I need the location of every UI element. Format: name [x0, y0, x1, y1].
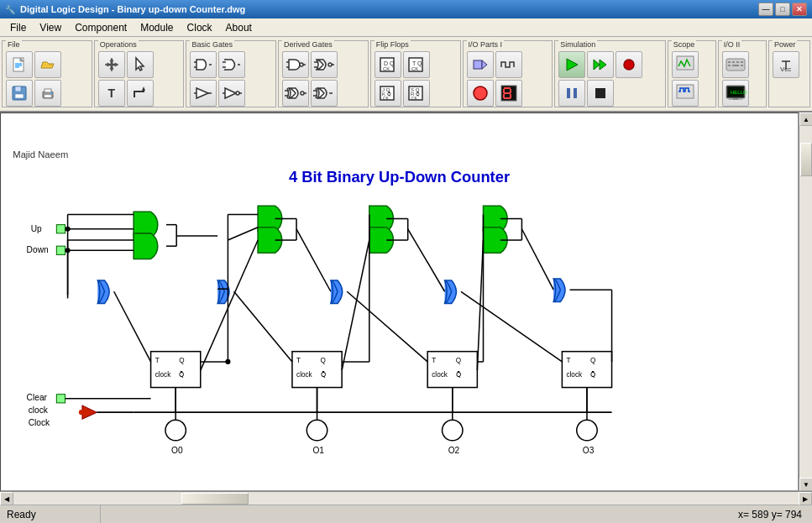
svg-rect-60	[504, 87, 511, 89]
svg-point-24	[236, 92, 239, 95]
or-gate-5	[553, 279, 565, 302]
segment-button[interactable]	[495, 80, 522, 107]
toolbar-group-derived-gates-label: Derived Gates	[282, 40, 334, 49]
io2-buttons: HELLO	[722, 51, 762, 107]
maximize-button[interactable]: □	[775, 3, 790, 16]
toolbar-group-operations: Operations T	[94, 40, 185, 107]
svg-rect-77	[728, 61, 731, 63]
svg-rect-10	[45, 89, 51, 92]
nand-gate-button[interactable]	[282, 51, 309, 78]
up-input-box[interactable]	[56, 225, 65, 233]
ff4-clock-label: clock	[566, 371, 583, 379]
display-button[interactable]: HELLO	[722, 80, 749, 107]
record-button[interactable]	[616, 51, 642, 78]
text-button[interactable]: T	[98, 80, 125, 107]
ff-sr-button[interactable]: S QR Q̄CK	[403, 80, 430, 107]
select-button[interactable]	[127, 51, 154, 78]
svg-marker-23	[225, 88, 236, 98]
or-gate-button[interactable]	[218, 51, 245, 78]
xnor-gate-button[interactable]	[282, 80, 309, 107]
stop-button[interactable]	[587, 80, 614, 107]
clock-triangle	[82, 405, 97, 419]
scroll-down-button[interactable]: ▼	[799, 478, 812, 491]
svg-text:CK: CK	[383, 96, 390, 101]
ff2-q-label: Q	[321, 357, 326, 364]
scroll-left-button[interactable]: ◀	[0, 492, 13, 505]
svg-rect-80	[741, 61, 743, 63]
window-title: Digital Logic Design - Binary up-down Co…	[20, 4, 758, 14]
ff-d-button[interactable]: D QCK	[375, 51, 401, 78]
move-button[interactable]	[98, 51, 125, 78]
scroll-h-thumb[interactable]	[181, 493, 249, 505]
status-coords-text: x= 589 y= 794	[738, 509, 802, 520]
clear-input-box[interactable]	[56, 395, 65, 403]
scope-view-button[interactable]	[672, 51, 699, 78]
menu-module[interactable]: Module	[134, 20, 180, 35]
clock-dot	[79, 410, 84, 415]
not-gate-button[interactable]	[218, 80, 245, 107]
menu-component[interactable]: Component	[68, 20, 134, 35]
ff3-qbar-feedback	[477, 240, 483, 370]
ff3-t-label: T	[432, 357, 436, 364]
power-buttons: Vcc	[773, 51, 799, 78]
horizontal-scrollbar[interactable]: ◀ ▶	[0, 491, 812, 505]
scroll-up-button[interactable]: ▲	[799, 112, 812, 126]
play-button[interactable]	[558, 51, 585, 78]
svg-text:HELLO: HELLO	[731, 90, 747, 95]
svg-text:Vcc: Vcc	[780, 65, 791, 73]
keyboard-button[interactable]	[722, 51, 749, 78]
circuit-canvas[interactable]: Majid Naeem 4 Bit Binary Up-Down Counter…	[0, 112, 799, 491]
status-bar: Ready x= 589 y= 794	[0, 505, 812, 523]
toolbar-group-scope-label: Scope	[672, 40, 697, 49]
close-button[interactable]: ✕	[792, 3, 807, 16]
scroll-right-button[interactable]: ▶	[799, 492, 812, 505]
menu-file[interactable]: File	[3, 20, 33, 35]
flipflop-buttons: D QCK T QCK J QK Q̄CK S QR Q̄CK	[375, 51, 457, 107]
or-gate-4	[445, 280, 457, 304]
gate2-or3-wire	[296, 229, 331, 291]
vertical-scrollbar[interactable]: ▲ ▼	[799, 112, 812, 491]
vcc-button[interactable]: Vcc	[773, 51, 799, 78]
svg-rect-12	[50, 92, 52, 94]
scroll-v-thumb[interactable]	[800, 143, 812, 176]
and-gate-1-lower	[134, 233, 158, 259]
scope-graph-button[interactable]	[672, 80, 699, 107]
or3-ff3-wire	[347, 291, 427, 362]
print-button[interactable]	[34, 80, 61, 107]
svg-rect-83	[741, 65, 743, 66]
ff1-qbar-feedback	[201, 240, 258, 370]
or-gate-1	[97, 280, 109, 304]
output-red-button[interactable]	[467, 80, 494, 107]
or-gate-3	[331, 280, 343, 304]
buf-gate-button[interactable]	[190, 80, 217, 107]
and-gate-button[interactable]	[190, 51, 217, 78]
input-button[interactable]	[467, 51, 494, 78]
save-button[interactable]	[6, 80, 33, 107]
menu-view[interactable]: View	[33, 20, 68, 35]
ff-t-button[interactable]: T QCK	[403, 51, 430, 78]
scroll-h-track[interactable]	[13, 492, 799, 505]
output-o1-circle	[306, 420, 327, 440]
svg-rect-82	[732, 65, 739, 66]
scroll-v-track[interactable]	[799, 126, 812, 478]
menu-clock[interactable]: Clock	[181, 20, 219, 35]
pause-button[interactable]	[558, 80, 585, 107]
junction-1	[65, 227, 71, 232]
svg-marker-69	[600, 60, 606, 70]
xor-gate-button[interactable]	[311, 80, 338, 107]
svg-point-31	[328, 63, 332, 66]
fast-forward-button[interactable]	[587, 51, 614, 78]
menu-about[interactable]: About	[219, 20, 259, 35]
open-button[interactable]	[34, 51, 61, 78]
nor-gate-button[interactable]	[311, 51, 338, 78]
toolbar-group-power-label: Power	[773, 40, 798, 49]
down-input-box[interactable]	[56, 246, 65, 254]
minimize-button[interactable]: —	[758, 3, 773, 16]
wire-button[interactable]	[127, 80, 154, 107]
new-button[interactable]	[6, 51, 33, 78]
clock-io-button[interactable]	[495, 51, 522, 78]
toolbar-group-flipflops: Flip Flops D QCK T QCK J QK Q̄CK S QR Q̄…	[370, 40, 461, 107]
ff-jk-button[interactable]: J QK Q̄CK	[375, 80, 401, 107]
ff3-q-label: Q	[456, 357, 461, 364]
status-coords: x= 589 y= 794	[101, 509, 812, 520]
